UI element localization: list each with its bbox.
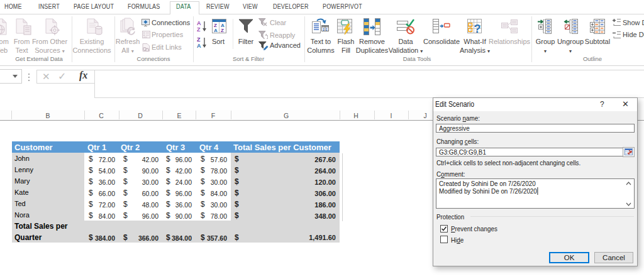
svg-text:?: ? bbox=[474, 23, 481, 35]
svg-text:A: A bbox=[214, 28, 218, 33]
svg-text:A: A bbox=[197, 20, 201, 26]
svg-text:Z: Z bbox=[221, 28, 224, 33]
svg-text:A: A bbox=[197, 43, 201, 48]
svg-text:Z: Z bbox=[197, 26, 201, 32]
svg-text:Z: Z bbox=[197, 36, 201, 43]
